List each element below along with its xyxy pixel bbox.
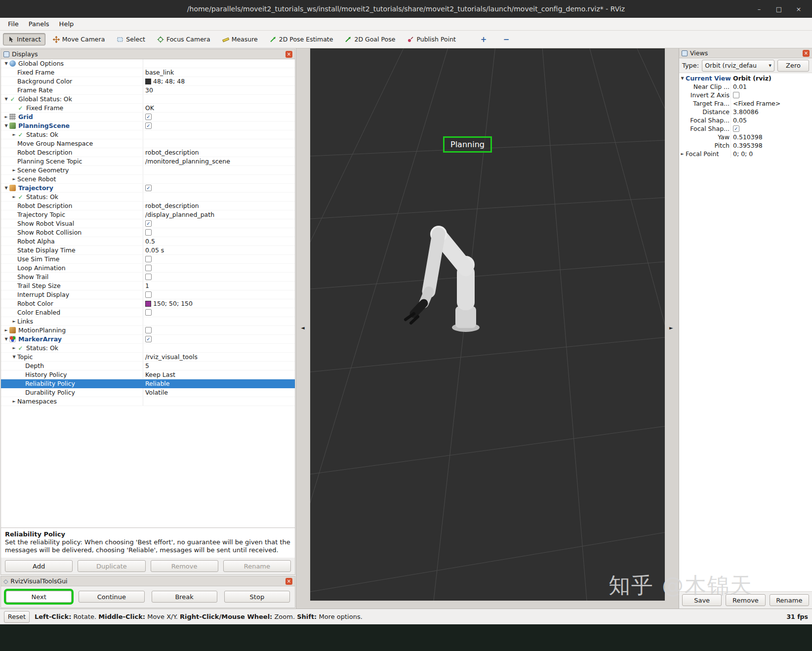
maximize-icon[interactable]: □ [772,2,785,15]
property-value[interactable]: 48; 48; 48 [143,77,295,85]
expander-collapsed-icon[interactable]: ► [11,399,17,404]
displays-row-8[interactable]: ►✓Status: Ok [1,130,295,139]
property-value[interactable]: OK [143,104,295,112]
property-value[interactable]: ✓ [731,124,812,133]
displays-row-17[interactable]: Trajectory Topic/display_planned_path [1,210,295,219]
remove-tool-button[interactable]: − [499,33,514,46]
property-value[interactable] [143,290,295,299]
property-value[interactable]: 30 [143,86,295,94]
view-type-dropdown[interactable]: Orbit (rviz_defau ▼ [702,60,774,72]
expander-collapsed-icon[interactable]: ► [11,319,17,324]
displays-row-25[interactable]: Trail Step Size1 [1,282,295,290]
displays-row-3[interactable]: Frame Rate30 [1,86,295,95]
displays-row-7[interactable]: ▼PlanningScene✓ [1,122,295,130]
displays-row-21[interactable]: State Display Time0.05 s [1,246,295,255]
property-value[interactable]: 150; 50; 150 [143,299,295,308]
continue-button[interactable]: Continue [79,591,144,603]
checkbox-checked[interactable]: ✓ [145,122,152,129]
checkbox-unchecked[interactable] [145,256,152,262]
property-value[interactable] [143,397,295,406]
minimize-icon[interactable]: – [753,2,766,15]
checkbox-unchecked[interactable] [145,291,152,298]
checkbox-unchecked[interactable] [145,274,152,280]
checkbox-unchecked[interactable] [145,265,152,271]
displays-row-38[interactable]: ►Namespaces [1,397,295,406]
displays-row-19[interactable]: Show Robot Collision [1,228,295,237]
displays-row-31[interactable]: ▼MarkerArray✓ [1,335,295,344]
displays-row-20[interactable]: Robot Alpha0.5 [1,237,295,246]
property-value[interactable] [143,175,295,183]
displays-row-30[interactable]: ►MotionPlanning [1,326,295,335]
property-value[interactable]: robot_description [143,202,295,210]
left-splitter[interactable]: ◄ [296,48,310,609]
views-panel-header[interactable]: Views × [679,48,812,58]
displays-row-37[interactable]: Durability PolicyVolatile [1,388,295,397]
break-button[interactable]: Break [152,591,217,603]
displays-row-4[interactable]: ▼✓Global Status: Ok [1,95,295,104]
property-value[interactable] [143,166,295,174]
save-view-button[interactable]: Save [682,594,722,606]
property-value[interactable]: robot_description [143,148,295,157]
property-value[interactable]: 0.5 [143,237,295,245]
displays-row-29[interactable]: ►Links [1,317,295,326]
expander-collapsed-icon[interactable]: ► [679,152,686,156]
displays-row-16[interactable]: Robot Descriptionrobot_description [1,202,295,210]
displays-row-27[interactable]: Robot Color150; 50; 150 [1,299,295,308]
checkbox-checked[interactable]: ✓ [145,185,152,191]
tool-focus-camera[interactable]: Focus Camera [153,33,215,45]
displays-row-26[interactable]: Interrupt Display [1,290,295,299]
displays-close-icon[interactable]: × [285,51,292,58]
property-value[interactable]: ✓ [143,113,295,121]
checkbox-unchecked[interactable] [145,309,152,316]
displays-row-12[interactable]: ►Scene Geometry [1,166,295,175]
viewport-3d[interactable]: Planning [310,48,665,601]
property-value[interactable] [143,228,295,237]
property-value[interactable]: ✓ [143,219,295,228]
checkbox-checked[interactable]: ✓ [145,220,152,227]
views-row-5[interactable]: Focal Shap...0.05 [679,116,812,124]
expander-expanded-icon[interactable]: ▼ [3,337,9,341]
reset-button[interactable]: Reset [4,611,30,623]
checkbox-checked[interactable]: ✓ [733,125,739,132]
tool-interact[interactable]: Interact [3,33,45,45]
property-value[interactable] [143,326,295,334]
checkbox-unchecked[interactable] [145,327,152,333]
property-value[interactable]: ✓ [143,184,295,192]
expander-expanded-icon[interactable]: ▼ [11,355,17,359]
displays-row-11[interactable]: Planning Scene Topic/monitored_planning_… [1,157,295,166]
property-value[interactable] [731,91,812,99]
checkbox-checked[interactable]: ✓ [145,336,152,342]
displays-row-24[interactable]: Show Trail [1,273,295,282]
right-splitter[interactable]: ► [665,48,679,609]
tool-measure[interactable]: Measure [218,33,262,45]
expander-expanded-icon[interactable]: ▼ [3,186,9,190]
tool-select[interactable]: Select [112,33,150,45]
displays-panel-header[interactable]: Displays × [1,49,295,59]
property-value[interactable]: /monitored_planning_scene [143,157,295,165]
displays-row-10[interactable]: Robot Descriptionrobot_description [1,148,295,157]
displays-row-23[interactable]: Loop Animation [1,264,295,273]
remove-view-button[interactable]: Remove [726,594,765,606]
checkbox-unchecked[interactable] [733,92,739,98]
displays-row-32[interactable]: ►✓Status: Ok [1,344,295,353]
collapse-left-icon[interactable]: ◄ [301,325,305,330]
property-value[interactable]: 0.01 [731,82,812,91]
property-value[interactable] [143,59,295,68]
views-row-7[interactable]: Yaw0.510398 [679,133,812,141]
displays-row-33[interactable]: ▼Topic/rviz_visual_tools [1,353,295,362]
property-value[interactable] [143,193,295,201]
zero-button[interactable]: Zero [777,60,809,72]
displays-row-14[interactable]: ▼Trajectory✓ [1,184,295,193]
views-row-0[interactable]: ▼Current ViewOrbit (rviz) [679,74,812,82]
menu-panels[interactable]: Panels [24,19,54,29]
tool-move-camera[interactable]: Move Camera [48,33,110,45]
expander-expanded-icon[interactable]: ▼ [679,76,686,81]
expander-expanded-icon[interactable]: ▼ [3,123,9,128]
displays-row-34[interactable]: Depth5 [1,362,295,370]
displays-row-5[interactable]: ✓Fixed FrameOK [1,104,295,113]
displays-row-0[interactable]: ▼Global Options [1,59,295,68]
views-row-3[interactable]: Target Fra...<Fixed Frame> [679,99,812,108]
close-icon[interactable]: × [792,2,805,15]
displays-row-13[interactable]: ►Scene Robot [1,175,295,184]
property-value[interactable]: ✓ [143,335,295,343]
